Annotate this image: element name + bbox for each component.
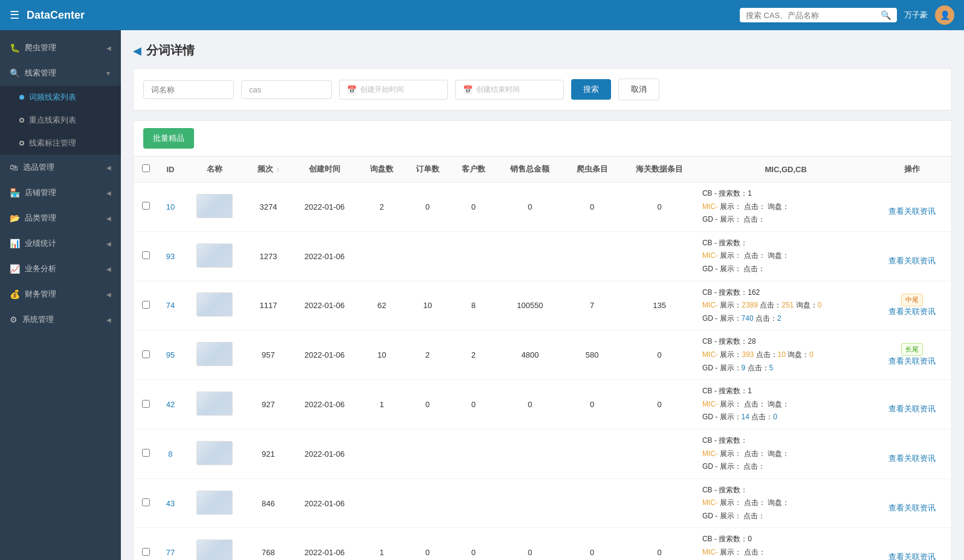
sidebar-item-performance[interactable]: 📊 业绩统计 ◀: [0, 231, 121, 256]
cell-id: 95: [158, 330, 183, 380]
header-left: ☰ DataCenter: [10, 8, 85, 22]
view-related-link[interactable]: 查看关联资讯: [888, 552, 936, 560]
search-button[interactable]: 搜索: [571, 79, 611, 100]
data-table: ID 名称 频次 ↕ 创建时间 询盘数 订单数 客户数 销售总金额 爬虫条目 海…: [134, 156, 951, 560]
cell-crawl: [564, 429, 621, 478]
sidebar: 🐛 爬虫管理 ◀ 🔍 线索管理 ▼ 词频线索列表 重点线索列表 线: [0, 30, 121, 560]
row-checkbox-cell: [134, 528, 158, 560]
sidebar-item-product[interactable]: 🛍 选品管理 ◀: [0, 155, 121, 180]
menu-icon[interactable]: ☰: [10, 8, 19, 22]
product-image: [196, 292, 233, 317]
view-related-link[interactable]: 查看关联资讯: [888, 503, 936, 512]
cell-name: [183, 380, 247, 430]
sidebar-item-system[interactable]: ⚙ 系统管理 ◀: [0, 307, 121, 332]
table-toolbar: 批量精品: [134, 121, 951, 156]
view-related-link[interactable]: 查看关联资讯: [888, 454, 936, 463]
start-date-picker[interactable]: 📅 创建开始时间: [339, 80, 448, 100]
mic-line: MIC- 展示：393 点击：10 询盘：0: [702, 349, 870, 362]
sidebar-item-clue-tag[interactable]: 线索标注管理: [0, 132, 121, 155]
cell-action: 查看关联资讯: [873, 528, 951, 560]
sidebar-label-system: 系统管理: [22, 314, 54, 325]
logo: DataCenter: [27, 9, 85, 22]
performance-icon: 📊: [10, 239, 20, 248]
cas-input[interactable]: [241, 80, 332, 99]
cell-name: [183, 429, 247, 478]
avatar[interactable]: 👤: [935, 5, 954, 25]
cell-order: [405, 231, 451, 281]
row-checkbox[interactable]: [142, 548, 150, 556]
cell-mic: CB - 搜索数：162MIC- 展示：2389 点击：251 询盘：0GD -…: [699, 281, 873, 330]
cell-mic: CB - 搜索数：MIC- 展示： 点击： 询盘：GD - 展示： 点击：: [699, 429, 873, 478]
sidebar-item-clue[interactable]: 🔍 线索管理 ▼: [0, 60, 121, 86]
table-row: 93 1273 2022-01-06 CB - 搜索数：MIC- 展示： 点击：…: [134, 231, 951, 281]
row-checkbox[interactable]: [142, 251, 150, 259]
sidebar-item-finance[interactable]: 💰 财务管理 ◀: [0, 282, 121, 307]
finance-icon: 💰: [10, 289, 20, 299]
cell-created: 2022-01-06: [290, 231, 359, 281]
row-checkbox[interactable]: [142, 350, 150, 358]
back-button[interactable]: ◀: [133, 44, 141, 57]
batch-premium-button[interactable]: 批量精品: [143, 128, 194, 149]
dot-icon: [19, 118, 24, 123]
cell-sales: 100550: [496, 281, 564, 330]
row-checkbox[interactable]: [142, 202, 150, 210]
sidebar-item-bizanalysis[interactable]: 📈 业务分析 ◀: [0, 256, 121, 282]
sidebar-item-key-clue[interactable]: 重点线索列表: [0, 109, 121, 132]
cell-order: [405, 429, 451, 478]
mic-line: MIC- 展示： 点击： 询盘：: [702, 497, 870, 510]
select-all-checkbox[interactable]: [142, 164, 150, 172]
view-related-link[interactable]: 查看关联资讯: [888, 404, 936, 413]
cancel-button[interactable]: 取消: [618, 79, 659, 100]
cb-line: CB - 搜索数：0: [702, 533, 870, 546]
system-icon: ⚙: [10, 315, 18, 324]
chevron-down-icon: ▼: [105, 70, 111, 77]
sidebar-label-clue: 线索管理: [25, 68, 56, 79]
cell-action: 查看关联资讯: [873, 478, 951, 528]
cell-customs: 0: [620, 528, 699, 560]
cell-action: 长尾 查看关联资讯: [873, 330, 951, 380]
cell-inquiry: [359, 231, 405, 281]
row-checkbox[interactable]: [142, 400, 150, 408]
view-related-link[interactable]: 查看关联资讯: [888, 307, 936, 316]
table-row: 42 927 2022-01-06 1 0 0 0 0 0 CB - 搜索数：1…: [134, 380, 951, 430]
header: ☰ DataCenter 🔍 万子豪 👤: [0, 0, 964, 30]
row-checkbox-cell: [134, 478, 158, 528]
cell-inquiry: [359, 478, 405, 528]
header-right: 🔍 万子豪 👤: [740, 5, 954, 25]
word-freq-label: 词频线索列表: [29, 92, 76, 103]
sidebar-item-crawler[interactable]: 🐛 爬虫管理 ◀: [0, 35, 121, 60]
bizanalysis-icon: 📈: [10, 264, 20, 274]
view-related-link[interactable]: 查看关联资讯: [888, 207, 936, 216]
cell-action: 查看关联资讯: [873, 380, 951, 430]
cell-name: [183, 330, 247, 380]
sidebar-item-word-freq[interactable]: 词频线索列表: [0, 86, 121, 109]
select-all-header[interactable]: [134, 156, 158, 182]
row-checkbox[interactable]: [142, 301, 150, 309]
global-search-input[interactable]: [746, 11, 881, 20]
end-date-picker[interactable]: 📅 创建结束时间: [455, 80, 564, 100]
global-search-box[interactable]: 🔍: [740, 8, 897, 22]
sort-icon: ↕: [276, 166, 279, 173]
cell-crawl: [564, 231, 621, 281]
cell-customer: 0: [450, 182, 496, 232]
cb-line: CB - 搜索数：1: [702, 385, 870, 398]
word-name-input[interactable]: [143, 80, 234, 99]
sidebar-label-bizanalysis: 业务分析: [25, 263, 56, 274]
product-image: [196, 441, 233, 465]
sidebar-item-shop[interactable]: 🏪 店铺管理 ◀: [0, 180, 121, 205]
cell-order: [405, 478, 451, 528]
cell-inquiry: 1: [359, 528, 405, 560]
row-checkbox[interactable]: [142, 449, 150, 457]
view-related-link[interactable]: 查看关联资讯: [888, 256, 936, 265]
sidebar-item-category[interactable]: 📂 品类管理 ◀: [0, 205, 121, 231]
mic-line: MIC- 展示： 点击：: [702, 546, 870, 559]
col-inquiry: 询盘数: [359, 156, 405, 182]
cell-customer: 0: [450, 380, 496, 430]
view-related-link[interactable]: 查看关联资讯: [888, 356, 936, 365]
cell-crawl: 7: [564, 281, 621, 330]
col-freq[interactable]: 频次 ↕: [247, 156, 291, 182]
cell-id: 42: [158, 380, 183, 430]
row-checkbox-cell: [134, 380, 158, 430]
crawler-icon: 🐛: [10, 43, 20, 53]
row-checkbox[interactable]: [142, 498, 150, 506]
